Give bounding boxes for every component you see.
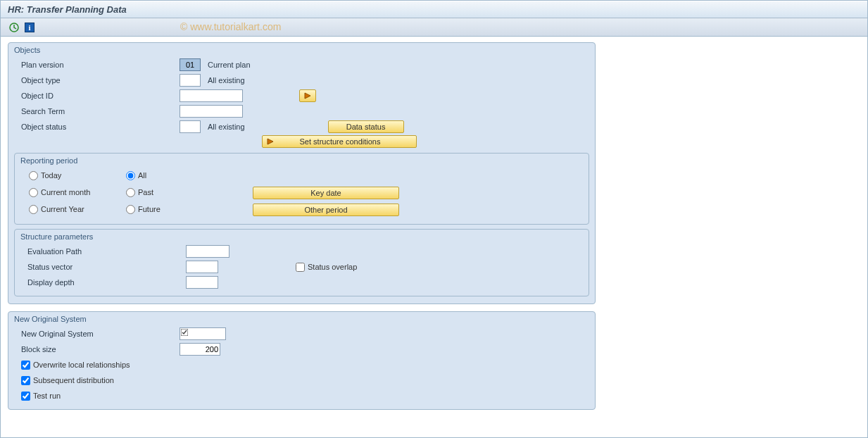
info-icon[interactable]: i <box>25 23 34 32</box>
reporting-period-title: Reporting period <box>15 154 589 168</box>
status-vector-label: Status vector <box>20 263 186 271</box>
radio-past-label: Past <box>138 188 153 196</box>
radio-past-input[interactable] <box>126 188 135 197</box>
page-title: HR: Transfer Planning Data <box>1 1 867 18</box>
subsequent-label: Subsequent distribution <box>33 376 114 384</box>
status-overlap-checkbox[interactable]: Status overlap <box>296 263 357 272</box>
app-window: HR: Transfer Planning Data i © www.tutor… <box>0 0 868 438</box>
objects-group-title: Objects <box>8 43 595 57</box>
block-size-input[interactable] <box>180 343 220 356</box>
set-structure-conditions-button[interactable]: Set structure conditions <box>262 135 417 148</box>
object-id-input[interactable] <box>180 89 243 102</box>
display-depth-label: Display depth <box>20 278 186 287</box>
object-type-input[interactable] <box>180 74 201 87</box>
status-overlap-input[interactable] <box>296 263 305 272</box>
radio-today-input[interactable] <box>29 171 38 180</box>
objects-group: Objects Plan version Current plan Object… <box>8 42 596 304</box>
block-size-label: Block size <box>14 345 180 353</box>
radio-today[interactable]: Today <box>29 171 61 180</box>
other-period-button[interactable]: Other period <box>253 204 399 216</box>
subsequent-input[interactable] <box>21 376 30 385</box>
multiple-selection-button[interactable] <box>299 89 316 102</box>
object-id-label: Object ID <box>14 92 180 100</box>
object-type-label: Object type <box>14 76 180 85</box>
radio-future-input[interactable] <box>126 205 135 214</box>
radio-future[interactable]: Future <box>126 205 161 214</box>
plan-version-text: Current plan <box>208 61 251 69</box>
set-structure-conditions-label: Set structure conditions <box>278 137 416 146</box>
test-run-input[interactable] <box>21 392 30 401</box>
structure-parameters-title: Structure parameters <box>15 230 589 244</box>
structure-parameters-group: Structure parameters Evaluation Path Sta… <box>14 229 589 296</box>
overwrite-input[interactable] <box>21 361 30 370</box>
radio-current-year[interactable]: Current Year <box>29 205 84 214</box>
radio-all-input[interactable] <box>126 171 135 180</box>
object-status-text: All existing <box>208 123 245 131</box>
radio-all-label: All <box>138 171 146 180</box>
reporting-period-group: Reporting period Today All <box>14 153 589 225</box>
overwrite-label: Overwrite local relationships <box>33 361 130 369</box>
status-vector-input[interactable] <box>186 261 218 273</box>
subsequent-checkbox[interactable]: Subsequent distribution <box>14 376 114 385</box>
plan-version-input[interactable] <box>180 58 201 71</box>
data-status-button[interactable]: Data status <box>328 120 404 133</box>
test-run-label: Test run <box>33 392 61 400</box>
object-status-input[interactable] <box>180 120 201 133</box>
arrow-right-icon <box>304 92 311 99</box>
watermark-text: © www.tutorialkart.com <box>180 21 281 32</box>
display-depth-input[interactable] <box>186 276 218 289</box>
new-original-system-title: New Original System <box>8 312 595 326</box>
search-help-icon[interactable] <box>180 328 189 337</box>
content-area: Objects Plan version Current plan Object… <box>1 37 867 423</box>
radio-all[interactable]: All <box>126 171 146 180</box>
arrow-right-icon <box>263 138 278 145</box>
radio-current-year-label: Current Year <box>41 205 84 213</box>
overwrite-checkbox[interactable]: Overwrite local relationships <box>14 361 130 370</box>
search-term-label: Search Term <box>14 107 180 115</box>
object-type-text: All existing <box>208 76 245 85</box>
object-status-label: Object status <box>14 123 180 131</box>
radio-current-month-label: Current month <box>41 188 90 196</box>
radio-current-year-input[interactable] <box>29 205 38 214</box>
evaluation-path-input[interactable] <box>186 245 229 258</box>
status-overlap-label: Status overlap <box>308 263 357 271</box>
radio-current-month[interactable]: Current month <box>29 188 90 197</box>
key-date-button[interactable]: Key date <box>253 187 399 199</box>
search-term-input[interactable] <box>180 105 243 118</box>
radio-past[interactable]: Past <box>126 188 153 197</box>
evaluation-path-label: Evaluation Path <box>20 247 186 256</box>
new-original-system-group: New Original System New Original System … <box>8 311 596 410</box>
radio-future-label: Future <box>138 205 161 213</box>
new-original-system-label: New Original System <box>14 330 180 338</box>
test-run-checkbox[interactable]: Test run <box>14 392 61 401</box>
toolbar: i © www.tutorialkart.com <box>1 18 867 37</box>
radio-current-month-input[interactable] <box>29 188 38 197</box>
execute-icon[interactable] <box>8 21 20 34</box>
radio-today-label: Today <box>41 171 61 180</box>
plan-version-label: Plan version <box>14 61 180 69</box>
